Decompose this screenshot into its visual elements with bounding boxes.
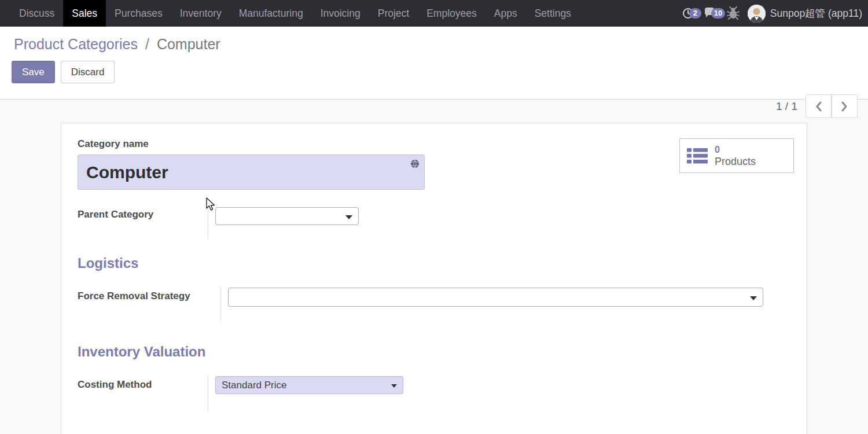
breadcrumb-separator: / <box>142 36 153 52</box>
activity-badge: 2 <box>689 8 701 19</box>
nav-item-employees[interactable]: Employees <box>418 0 486 27</box>
costing-method-value: Standard Price <box>222 380 286 391</box>
top-navbar: Discuss Sales Purchases Inventory Manufa… <box>0 0 868 27</box>
force-removal-row: Force Removal Strategy <box>78 286 790 321</box>
translate-globe-icon[interactable] <box>410 159 420 171</box>
chevron-left-icon <box>815 101 822 112</box>
force-removal-dropdown[interactable] <box>228 288 763 307</box>
force-removal-label: Force Removal Strategy <box>78 286 220 302</box>
systray: 2 10 Sunpop超管 (app <box>682 0 868 27</box>
costing-method-cell: Standard Price <box>208 375 403 411</box>
discard-button[interactable]: Discard <box>61 61 115 83</box>
breadcrumb-product-categories[interactable]: Product Categories <box>14 36 138 52</box>
costing-method-select[interactable]: Standard Price <box>215 376 403 394</box>
pager-next-button[interactable] <box>832 94 858 118</box>
nav-item-project[interactable]: Project <box>369 0 418 27</box>
pager-previous-button[interactable] <box>806 94 832 118</box>
messages-bubble-icon[interactable]: 10 <box>704 6 719 20</box>
user-menu[interactable]: Sunpop超管 (app11) <box>748 5 862 23</box>
nav-item-sales[interactable]: Sales <box>63 0 106 27</box>
select-arrow-icon <box>391 384 397 388</box>
costing-method-label: Costing Method <box>78 375 208 391</box>
bug-glyph <box>727 6 740 20</box>
force-removal-cell <box>220 286 763 321</box>
avatar <box>748 5 766 23</box>
nav-item-discuss[interactable]: Discuss <box>10 0 63 27</box>
products-stat-button[interactable]: 0 Products <box>679 138 794 173</box>
content-area: 0 Products Category name Computer Parent… <box>0 123 868 434</box>
breadcrumb-current: Computer <box>157 36 220 52</box>
section-logistics: Logistics <box>78 255 790 271</box>
app-menu: Discuss Sales Purchases Inventory Manufa… <box>0 0 580 27</box>
parent-category-cell <box>208 205 359 239</box>
messages-badge: 10 <box>711 8 725 19</box>
parent-category-dropdown[interactable] <box>215 207 359 225</box>
list-icon <box>687 148 708 164</box>
debug-bug-icon[interactable] <box>727 6 740 20</box>
activity-clock-icon[interactable]: 2 <box>682 6 696 20</box>
category-name-value: Computer <box>86 163 168 182</box>
nav-item-purchases[interactable]: Purchases <box>106 0 171 27</box>
chevron-down-icon <box>750 296 757 300</box>
control-panel: Product Categories / Computer Save Disca… <box>0 27 868 100</box>
breadcrumb: Product Categories / Computer <box>0 27 868 53</box>
section-inventory-valuation: Inventory Valuation <box>78 344 790 360</box>
parent-category-label: Parent Category <box>78 205 208 220</box>
products-count: 0 <box>715 144 756 155</box>
nav-item-manufacturing[interactable]: Manufacturing <box>230 0 312 27</box>
save-button[interactable]: Save <box>12 61 55 83</box>
category-name-input[interactable]: Computer <box>78 155 425 190</box>
costing-method-row: Costing Method Standard Price <box>78 375 790 411</box>
pager: 1 / 1 <box>776 94 858 118</box>
parent-category-row: Parent Category <box>78 205 790 239</box>
nav-item-inventory[interactable]: Inventory <box>171 0 230 27</box>
form-buttons: Save Discard <box>12 61 868 83</box>
nav-item-settings[interactable]: Settings <box>526 0 580 27</box>
chevron-right-icon <box>841 101 848 112</box>
products-label: Products <box>715 155 756 168</box>
nav-item-invoicing[interactable]: Invoicing <box>312 0 369 27</box>
form-sheet: 0 Products Category name Computer Parent… <box>61 123 807 434</box>
pager-counter: 1 / 1 <box>776 100 797 113</box>
nav-item-apps[interactable]: Apps <box>486 0 526 27</box>
user-name: Sunpop超管 (app11) <box>770 6 862 20</box>
chevron-down-icon <box>345 215 352 219</box>
